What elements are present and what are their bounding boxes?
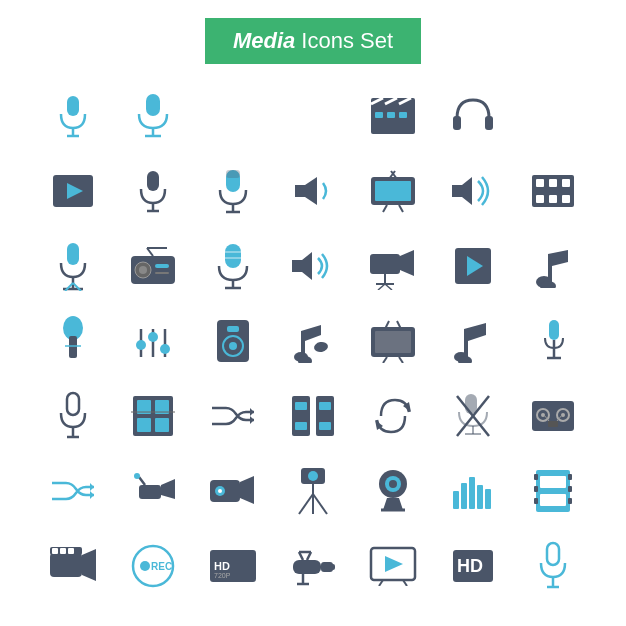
film-strip2-icon [513,455,593,527]
svg-line-144 [313,494,327,514]
mic-stand-icon [33,230,113,302]
svg-point-75 [136,340,146,350]
mic-blue-round-icon [193,230,273,302]
reload-icon [353,380,433,452]
speaker-high-icon [433,155,513,227]
svg-point-80 [229,342,237,350]
svg-marker-186 [385,556,403,572]
svg-rect-167 [60,548,66,554]
svg-text:HD: HD [214,560,230,572]
svg-marker-58 [292,252,312,280]
svg-rect-13 [399,112,407,118]
svg-rect-149 [453,491,459,509]
svg-line-29 [399,205,403,212]
speaker-med-icon [273,230,353,302]
svg-marker-164 [82,549,96,581]
svg-rect-110 [295,402,307,410]
svg-rect-97 [67,393,79,415]
film-double-icon [273,380,353,452]
svg-point-76 [148,332,158,342]
svg-text:720P: 720P [214,572,231,579]
svg-point-84 [313,340,329,352]
clapperboard-icon [353,80,433,152]
mic-blue-small-icon [33,80,113,152]
svg-rect-86 [375,331,411,353]
music-note-icon [513,230,593,302]
svg-rect-103 [137,418,151,432]
mic-crossed-icon [433,380,513,452]
icons-grid: REC HD 720P [23,74,603,607]
svg-point-48 [139,266,147,274]
svg-line-51 [147,248,153,256]
svg-rect-40 [67,243,79,265]
svg-rect-3 [146,94,160,116]
equalizer-sliders-icon [113,305,193,377]
svg-rect-152 [477,485,483,509]
svg-marker-32 [452,177,472,205]
svg-rect-50 [155,272,169,274]
svg-rect-155 [540,476,566,488]
svg-rect-159 [534,498,538,504]
svg-rect-112 [319,402,331,410]
empty-1-3 [193,80,273,152]
handheld-mic-icon [33,305,113,377]
security-cam-icon [113,455,193,527]
radio-icon [113,230,193,302]
svg-line-28 [383,205,387,212]
title-rest: Icons Set [301,28,393,54]
shuffle-icon [193,380,273,452]
hd-label-icon: HD [433,530,513,602]
mic-blue-large-icon [113,80,193,152]
tv-blue-icon [353,155,433,227]
svg-marker-25 [295,177,317,205]
svg-rect-35 [549,179,557,187]
svg-rect-150 [461,483,467,509]
svg-point-77 [160,344,170,354]
svg-rect-53 [225,244,241,268]
svg-rect-131 [139,485,161,499]
svg-marker-136 [240,476,254,504]
svg-rect-168 [68,548,74,554]
svg-rect-161 [568,486,572,492]
mic-blue-outline-bottom-icon [513,530,593,602]
screen-play-icon [353,530,433,602]
film-reel-icon [113,380,193,452]
empty-1-7 [513,80,593,152]
cassette-icon [513,380,593,452]
svg-rect-70 [69,336,77,358]
svg-rect-158 [534,486,538,492]
webcam-icon [353,455,433,527]
mic-dark-medium-icon [113,155,193,227]
svg-rect-18 [147,171,159,191]
empty-1-4 [273,80,353,152]
video-camera-icon [353,230,433,302]
svg-rect-153 [485,489,491,509]
svg-rect-34 [536,179,544,187]
svg-rect-162 [568,498,572,504]
svg-rect-11 [375,112,383,118]
title-bold: Media [233,28,295,54]
svg-marker-129 [90,491,94,499]
svg-rect-81 [227,326,239,332]
svg-line-142 [299,494,313,514]
svg-rect-27 [375,181,411,201]
video-player-icon [33,155,113,227]
svg-marker-130 [90,483,94,491]
cctv-icon [273,530,353,602]
headphones-icon [433,80,513,152]
svg-rect-111 [295,422,307,430]
svg-rect-22 [226,170,240,178]
svg-rect-160 [568,474,572,480]
svg-rect-12 [387,112,395,118]
mic-outline-icon [33,380,113,452]
svg-line-133 [139,477,145,485]
svg-rect-38 [549,195,557,203]
mic-blue-medium-icon [193,155,273,227]
svg-text:REC: REC [151,561,172,572]
svg-point-134 [134,473,140,479]
svg-rect-166 [52,548,58,554]
svg-point-140 [308,471,318,481]
svg-rect-93 [549,320,559,340]
svg-marker-60 [400,250,414,276]
svg-text:HD: HD [457,556,483,576]
